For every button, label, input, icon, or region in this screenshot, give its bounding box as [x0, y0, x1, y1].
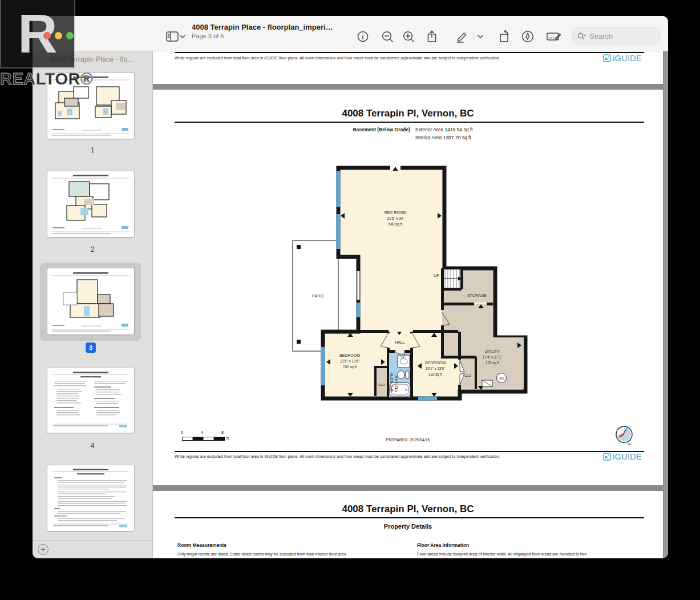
interior-area: Interior Area 1307.70 sq ft: [415, 135, 471, 140]
sidebar-icon: [166, 31, 179, 42]
search-field[interactable]: [572, 27, 660, 45]
page-number-2: 2: [33, 245, 152, 253]
document-view[interactable]: White regions are excluded from total fl…: [152, 51, 663, 558]
bath-dims: 4'11" x 9'6": [394, 375, 398, 392]
share-button[interactable]: [424, 29, 439, 44]
thumbnail-5-preview: [47, 465, 134, 531]
exterior-area: Exterior Area 1416.54 sq ft: [415, 127, 473, 132]
iguide-logo: iGUIDE: [603, 452, 642, 461]
document-title: 4008 Terrapin Place - floorplan_imperi…: [192, 23, 380, 31]
page-thumbnail-5[interactable]: [47, 465, 134, 531]
document-title-block: 4008 Terrapin Place - floorplan_imperi… …: [192, 23, 380, 39]
iguide-icon: [603, 453, 611, 461]
svg-text:132 sq ft: 132 sq ft: [428, 372, 442, 377]
pencil-icon: [456, 30, 468, 43]
plus-icon: [41, 547, 46, 552]
svg-text:21'5" x 34': 21'5" x 34': [387, 216, 404, 220]
add-page-button[interactable]: [38, 544, 48, 555]
pen-nib-circle-icon: [521, 30, 534, 43]
bedroom-right-label: BEDROOM: [425, 361, 446, 365]
room-measurements-heading: Room Measurements: [177, 542, 226, 548]
thumbnail-2-preview: [47, 171, 134, 237]
zoom-window-button[interactable]: [66, 32, 74, 39]
realtor-wordmark: REALTOR®: [0, 70, 91, 88]
bedroom-left-label: BEDROOM: [339, 353, 360, 357]
toilet: [398, 371, 404, 379]
info-icon: [357, 31, 369, 42]
iguide-icon: [603, 54, 611, 62]
sidebar-mode-chevron[interactable]: [179, 29, 187, 44]
page-thumbnail-2[interactable]: [47, 171, 134, 237]
storage-label: STORAGE: [467, 293, 487, 297]
page3-title-rule: [175, 122, 644, 123]
toolbar: 4008 Terrapin Place - floorplan_imperi… …: [33, 16, 668, 51]
preview-window: 4008 Terrapin Place - floorplan_imperi… …: [33, 16, 668, 558]
close-button[interactable]: [43, 32, 51, 39]
page2-footer-rule: [175, 52, 644, 53]
prepared-date: PREPARED: 2025/04/15: [153, 438, 663, 442]
minimize-button[interactable]: [55, 32, 62, 39]
iguide-wordmark: iGUIDE: [613, 452, 642, 461]
page-number-3-selected-badge: 3: [86, 343, 96, 353]
floor-area-heading: Floor Area Information: [417, 542, 469, 548]
bath-label: 4PC BATH: [390, 373, 394, 392]
rec-room-label: REC ROOM: [385, 211, 407, 215]
page2-disclaimer: White regions are excluded from total fl…: [175, 56, 574, 60]
compass-icon: N: [614, 425, 636, 449]
page-thumbnail-3[interactable]: [47, 268, 134, 335]
vertical-scrollbar[interactable]: [663, 51, 668, 558]
page-number-1: 1: [33, 146, 152, 154]
thumbnail-3-preview: [47, 268, 134, 335]
markup-button[interactable]: [455, 29, 470, 44]
fill-sign-button[interactable]: [545, 29, 563, 44]
page-indicator: Page 3 of 5: [192, 33, 380, 39]
svg-text:12'6" x 13'5": 12'6" x 13'5": [340, 359, 360, 363]
page4-title-rule: [175, 517, 644, 518]
hall-label: HALL: [395, 340, 405, 344]
page-separator: [153, 485, 663, 491]
utility-label: UTILITY: [485, 349, 500, 353]
zoom-out-icon: [382, 31, 394, 43]
window-controls: [43, 32, 74, 39]
svg-text:175 sq ft: 175 sq ft: [485, 361, 499, 365]
markup-options-chevron[interactable]: [476, 29, 484, 44]
page3-title: 4008 Terrapin Pl, Vernon, BC: [153, 108, 663, 119]
search-input[interactable]: [588, 31, 648, 41]
zoom-in-button[interactable]: [401, 29, 416, 44]
page-separator: [153, 84, 663, 90]
zoom-out-button[interactable]: [380, 29, 395, 44]
stairs-up-label: UP: [434, 273, 439, 277]
page3-footer-rule: [175, 451, 644, 452]
sidebar-toggle-button[interactable]: [165, 29, 180, 44]
patio-label: PATIO: [312, 294, 324, 298]
closet-right-label: CLO: [464, 374, 471, 377]
iguide-wordmark: iGUIDE: [613, 54, 642, 63]
iguide-logo: iGUIDE: [603, 54, 642, 63]
chevron-down-icon: [180, 35, 185, 38]
page-thumbnail-4[interactable]: [47, 368, 134, 433]
floor-area-body: Floor areas include footprint area of in…: [417, 551, 645, 557]
annotate-pen-button[interactable]: [520, 29, 535, 44]
closet-left-label: CLO: [378, 383, 385, 386]
svg-text:640 sq ft: 640 sq ft: [389, 222, 402, 227]
rotate-left-button[interactable]: [497, 29, 512, 44]
info-button[interactable]: [355, 29, 370, 44]
search-icon: [577, 33, 586, 40]
svg-text:10'1" x 13'6": 10'1" x 13'6": [426, 367, 446, 371]
room-measurements-body: Only major rooms are listed. Some listed…: [177, 551, 406, 557]
rotate-icon: [499, 30, 511, 43]
share-icon: [426, 30, 438, 43]
thumbnail-sidebar: 4008 Terrapin Place - flo…: [33, 51, 152, 558]
page4-title: 4008 Terrapin Pl, Vernon, BC: [153, 504, 663, 515]
water-heater-label: WH: [499, 377, 504, 380]
toolbar-divider: [473, 30, 474, 43]
signature-icon: [547, 31, 561, 42]
compass-n-label: N: [627, 442, 631, 446]
thumbnail-4-preview: [47, 368, 134, 433]
property-details-heading: Property Details: [153, 523, 663, 530]
page-number-4: 4: [33, 442, 152, 450]
svg-text:152 sq ft: 152 sq ft: [343, 365, 357, 369]
floor-label: Basement (Below Grade): [153, 127, 410, 132]
closet-left: [377, 368, 387, 396]
floorplan-basement: PATIO UP: [292, 159, 531, 407]
